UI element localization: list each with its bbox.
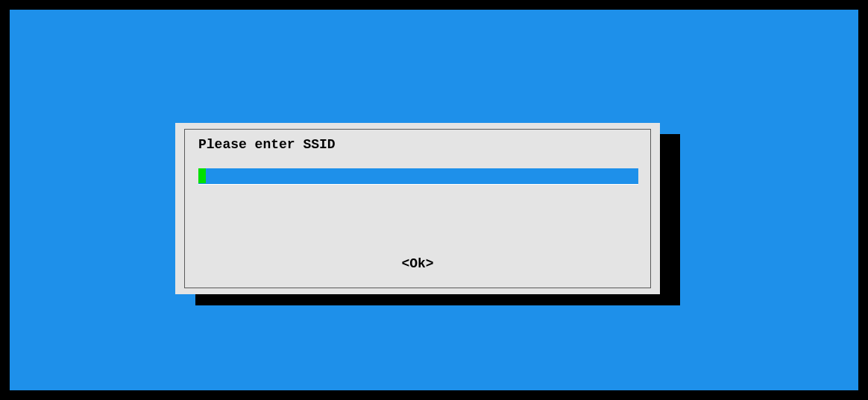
input-cursor <box>198 168 206 183</box>
ssid-dialog: Please enter SSID <Ok> <box>175 123 660 294</box>
ssid-input[interactable] <box>198 168 638 185</box>
dialog-prompt: Please enter SSID <box>198 137 336 152</box>
terminal-screen: Please enter SSID <Ok> <box>10 10 858 390</box>
ok-button[interactable]: <Ok> <box>185 256 650 271</box>
dialog-border: Please enter SSID <Ok> <box>184 129 651 288</box>
